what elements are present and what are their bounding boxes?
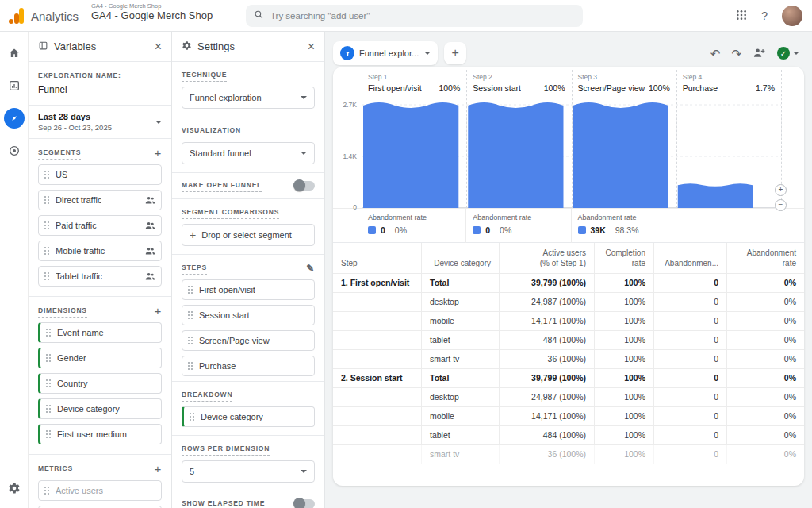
table-row[interactable]: mobile14,171 (100%)100%00%: [333, 312, 804, 331]
column-header[interactable]: Device category: [422, 243, 500, 273]
dimension-chip-label: Country: [57, 379, 88, 388]
cell-step: [333, 407, 422, 425]
drag-handle-icon: [188, 311, 193, 320]
cell-abandonments: 0: [654, 293, 727, 311]
chevron-down-icon: [155, 121, 162, 124]
zoom-in-button[interactable]: +: [775, 184, 787, 196]
apps-grid-icon[interactable]: [736, 10, 747, 23]
table-row[interactable]: 2. Session startTotal39,799 (100%)100%00…: [333, 369, 804, 388]
table-row[interactable]: 1. First open/visitTotal39,799 (100%)100…: [333, 274, 804, 293]
step-chip[interactable]: Session start: [182, 305, 315, 325]
edit-steps-icon[interactable]: ✎: [306, 263, 315, 274]
make-open-funnel-label: MAKE OPEN FUNNEL: [182, 179, 262, 192]
explore-icon[interactable]: [4, 108, 25, 129]
dimension-chip[interactable]: First user medium: [38, 424, 162, 444]
cell-abandonment-rate: 0%: [727, 274, 804, 292]
exploration-tab-icon: [340, 46, 354, 60]
close-settings-icon[interactable]: ×: [308, 40, 315, 53]
redo-icon[interactable]: ↷: [731, 48, 741, 60]
add-dimension-button[interactable]: +: [154, 306, 162, 317]
segment-chip[interactable]: Tablet traffic: [38, 266, 162, 287]
table-row[interactable]: smart tv36 (100%)100%00%: [333, 445, 804, 464]
date-range-selector[interactable]: Last 28 days Sep 26 - Oct 23, 2025: [29, 106, 171, 139]
show-elapsed-time-toggle[interactable]: [294, 499, 315, 508]
make-open-funnel-toggle[interactable]: [294, 181, 315, 190]
zoom-out-button[interactable]: −: [775, 199, 787, 211]
add-metric-button[interactable]: +: [154, 464, 162, 475]
breakdown-section: BREAKDOWN Device category: [172, 382, 324, 436]
metric-chip[interactable]: Active users: [38, 480, 162, 501]
cell-abandonment-rate: 0%: [727, 388, 804, 406]
dimension-chip[interactable]: Device category: [38, 398, 162, 419]
segment-chip[interactable]: Paid traffic: [38, 215, 162, 236]
rows-per-dimension-dropdown[interactable]: 5: [182, 460, 315, 483]
dimension-chip[interactable]: Gender: [38, 348, 162, 368]
user-avatar[interactable]: [782, 6, 802, 26]
chevron-down-icon: [424, 52, 431, 55]
table-row[interactable]: mobile14,171 (100%)100%00%: [333, 407, 804, 426]
dimensions-list: Event nameGenderCountryDevice categoryFi…: [38, 322, 162, 444]
drag-handle-icon: [188, 337, 193, 345]
table-row[interactable]: tablet484 (100%)100%00%: [333, 331, 804, 350]
dimension-chip[interactable]: Country: [38, 373, 162, 394]
step-chip[interactable]: Screen/Page view: [182, 330, 315, 351]
cell-abandonment-rate: 0%: [727, 350, 804, 368]
table-row[interactable]: smart tv36 (100%)100%00%: [333, 350, 804, 369]
metrics-section: METRICS+ Active usersEvent count: [29, 455, 171, 508]
chevron-down-icon: [793, 52, 799, 55]
exploration-name-value[interactable]: Funnel: [38, 84, 162, 95]
share-users-icon[interactable]: [753, 47, 766, 60]
technique-dropdown[interactable]: Funnel exploration: [182, 87, 315, 109]
cell-active-users: 14,171 (100%): [500, 407, 595, 425]
segment-drop-target[interactable]: +Drop or select segment: [182, 224, 315, 246]
add-segment-button[interactable]: +: [154, 148, 162, 159]
table-row[interactable]: desktop24,987 (100%)100%00%: [333, 293, 804, 312]
cell-active-users: 39,799 (100%): [500, 274, 595, 292]
abandonment-count: 0: [381, 225, 385, 235]
cell-active-users: 36 (100%): [500, 350, 595, 368]
breakdown-chip[interactable]: Device category: [182, 406, 315, 427]
table-row[interactable]: desktop24,987 (100%)100%00%: [333, 388, 804, 407]
table-row[interactable]: tablet484 (100%)100%00%: [333, 426, 804, 445]
segment-chip[interactable]: Mobile traffic: [38, 241, 162, 261]
home-icon[interactable]: [4, 43, 25, 64]
segment-chip[interactable]: US: [38, 164, 162, 185]
technique-value: Funnel exploration: [190, 93, 262, 102]
dimension-chip[interactable]: Event name: [38, 322, 162, 343]
tab-funnel-exploration[interactable]: Funnel explor...: [333, 41, 438, 65]
step-chip[interactable]: Purchase: [182, 356, 315, 376]
cell-abandonment-rate: 0%: [727, 407, 804, 425]
column-header[interactable]: Abandonment rate: [727, 243, 804, 273]
drag-handle-icon: [188, 286, 193, 294]
property-selector[interactable]: GA4 - Google Merch Shop GA4 - Google Mer…: [91, 3, 213, 22]
column-header[interactable]: Abandonmen...: [654, 243, 727, 273]
visualization-dropdown[interactable]: Standard funnel: [182, 142, 315, 164]
close-variables-icon[interactable]: ×: [155, 40, 162, 53]
undo-icon[interactable]: ↶: [710, 48, 721, 60]
cell-device: smart tv: [422, 445, 500, 464]
cell-abandonments: 0: [654, 426, 727, 444]
step-chip[interactable]: First open/visit: [182, 279, 315, 300]
cell-device: tablet: [422, 426, 500, 444]
admin-gear-icon[interactable]: [4, 478, 25, 498]
tab-bar: Funnel explor... + ↶ ↷ ✓: [325, 32, 812, 67]
cell-device: Total: [422, 369, 500, 387]
help-icon[interactable]: ?: [761, 10, 768, 22]
add-tab-button[interactable]: +: [444, 42, 466, 64]
cell-completion-rate: 100%: [595, 312, 654, 330]
search-bar[interactable]: [246, 5, 583, 27]
column-header[interactable]: Completion rate: [595, 243, 654, 273]
column-header[interactable]: Step: [333, 243, 422, 273]
abandonment-cell: Abandonment rate39K98.3%: [572, 209, 676, 243]
exploration-canvas: Funnel explor... + ↶ ↷ ✓ Step 1First ope…: [325, 32, 812, 508]
cell-abandonments: 0: [654, 312, 727, 330]
y-axis-tick: 2.7K: [335, 101, 357, 109]
cell-step: [333, 388, 422, 406]
cell-active-users: 484 (100%): [500, 331, 595, 349]
column-header[interactable]: Active users (% of Step 1): [500, 243, 595, 273]
reports-icon[interactable]: [4, 75, 25, 96]
search-input[interactable]: [270, 11, 575, 21]
advertising-icon[interactable]: [4, 140, 25, 161]
segment-chip[interactable]: Direct traffic: [38, 190, 162, 210]
saved-status-icon[interactable]: ✓: [777, 47, 799, 60]
